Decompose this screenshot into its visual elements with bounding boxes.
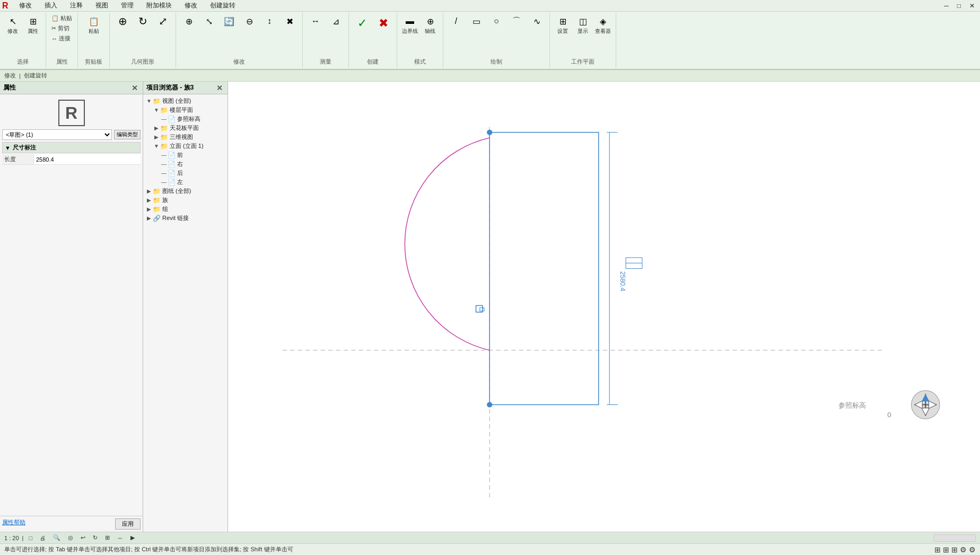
tree-item-revit-links[interactable]: ▶ 🔗 Revit 链接 [144,214,226,223]
status-icon-1[interactable]: ⊞ [934,545,941,554]
maximize-btn[interactable]: □ [954,2,964,10]
breadcrumb-item-1[interactable]: 修改 [4,72,16,80]
revit-r-icon: R [58,100,85,126]
geom-btn2[interactable]: ↻ [133,14,152,29]
tree-item-front[interactable]: — 📄 前 [159,151,226,160]
create-x-btn[interactable]: ✖ [373,14,393,33]
meas-btn1[interactable]: ↔ [306,14,325,29]
mod-btn4[interactable]: ⊖ [240,14,259,29]
paste-btn[interactable]: 📋 粘贴 [50,14,74,23]
mod-icon5: ↕ [263,15,276,28]
view-btn-arrows[interactable]: ↔ [115,534,125,542]
tree-item-sheets[interactable]: ▶ 📁 图纸 (全部) [144,187,226,196]
menu-item-modify2[interactable]: 修改 [182,0,199,11]
ribbon-group-measure-label: 测量 [320,58,331,67]
paste-large-icon: 📋 [88,15,100,28]
view-btn-play[interactable]: ▶ [128,534,137,542]
axis-btn[interactable]: ⊕ 轴线 [421,14,440,36]
draw-spline-btn[interactable]: ∿ [527,14,546,29]
draw-circle-btn[interactable]: ○ [487,14,506,29]
create-check-btn[interactable]: ✓ [352,14,372,33]
meas-btn2[interactable]: ⊿ [326,14,345,29]
tree-item-elevation[interactable]: ▼ 📁 立面 (立面 1) [152,142,226,151]
ribbon-buttons-workplane: ⊞ 设置 ◫ 显示 ◈ 查看器 [553,14,612,36]
project-browser-header: 项目浏览器 - 族3 ✕ [143,82,228,94]
tree-item-ref-level[interactable]: — 📄 参照标高 [159,114,226,124]
tree-item-floor-plan[interactable]: ▼ 📁 楼层平面 [152,105,226,114]
tree-item-back[interactable]: — 📄 后 [159,169,226,178]
mod-btn6[interactable]: ✖ [280,14,299,29]
breadcrumb-item-2[interactable]: 创建旋转 [24,72,47,80]
view-btn-print[interactable]: 🖨 [38,534,48,542]
axis-icon: ⊕ [424,15,436,28]
connect-label: 连接 [59,34,71,42]
revit-links-label: Revit 链接 [162,214,189,222]
geom-btn1[interactable]: ⊕ [113,14,132,29]
view-btn-search[interactable]: 🔍 [51,534,63,542]
ribbon-group-draw-label: 绘制 [491,58,502,67]
connect-btn[interactable]: ↔ 连接 [50,34,74,43]
ribbon-group-measure: ↔ ⊿ 测量 [303,13,349,68]
tree-item-families[interactable]: ▶ 📁 族 [144,196,226,205]
draw-circle-icon: ○ [490,15,503,28]
menu-item-addons[interactable]: 附加模块 [144,0,174,11]
paste-large-btn[interactable]: 📋 粘贴 [84,14,103,36]
ribbon-buttons-clipboard: 📋 粘贴 [84,14,103,36]
tree-item-groups[interactable]: ▶ 📁 组 [144,205,226,214]
scrollbar-area[interactable] [933,534,976,542]
ceiling-plan-icon: 📁 [160,125,168,132]
mod-btn5[interactable]: ↕ [260,14,279,29]
mod-btn1[interactable]: ⊕ [179,14,198,29]
minimize-btn[interactable]: ─ [941,2,952,10]
help-link[interactable]: 属性帮助 [2,519,25,525]
boundary-icon: ▬ [404,15,416,28]
draw-rect-btn[interactable]: ▭ [467,14,486,29]
prop-type-row: <草图> (1) 编辑类型 [2,129,141,140]
menu-item-view[interactable]: 视图 [93,0,110,11]
view-controls: 1 : 20 | □ 🖨 🔍 ◎ ↩ ↻ ⊞ ↔ ▶ [0,532,980,543]
ribbon-buttons-measure: ↔ ⊿ [306,14,345,29]
cut-btn[interactable]: ✂ 剪切 [50,24,74,33]
status-icon-5[interactable]: ⚙ [969,545,976,554]
tree-item-3d[interactable]: ▶ 📁 三维视图 [152,133,226,142]
view-btn-redo[interactable]: ↻ [91,534,100,542]
tree-item-left[interactable]: — 📄 左 [159,178,226,187]
tree-item-right[interactable]: — 📄 右 [159,160,226,169]
status-icon-3[interactable]: ⊞ [951,545,958,554]
boundary-btn[interactable]: ▬ 边界线 [400,14,419,36]
draw-line-btn[interactable]: / [447,14,466,29]
properties-btn[interactable]: ⊞ 属性 [23,14,42,36]
workplane-viewer-btn[interactable]: ◈ 查看器 [593,14,612,36]
mod-btn2[interactable]: ⤡ [199,14,218,29]
workplane-set-btn[interactable]: ⊞ 设置 [553,14,572,36]
status-icon-2[interactable]: ⊞ [943,545,949,554]
menu-item-modify[interactable]: 修改 [17,0,34,11]
view-btn-circle[interactable]: ◎ [66,534,75,542]
type-selector[interactable]: <草图> (1) [2,129,112,140]
menu-item-annotate[interactable]: 注释 [68,0,85,11]
breadcrumb-separator: | [19,73,21,79]
dimensions-section-header[interactable]: ▼ 尺寸标注 [2,142,141,153]
draw-arc-btn[interactable]: ⌒ [507,14,526,29]
view-btn-grid[interactable]: ⊞ [103,534,112,542]
close-window-btn[interactable]: ✕ [966,2,978,10]
menu-item-manage[interactable]: 管理 [119,0,136,11]
menu-item-create-rotate[interactable]: 创建旋转 [208,0,238,11]
project-browser-close-btn[interactable]: ✕ [215,84,224,92]
ribbon-group-draw: / ▭ ○ ⌒ ∿ 绘制 [443,13,550,68]
tree-item-ceiling-plan[interactable]: ▶ 📁 天花板平面 [152,124,226,133]
tree-item-views[interactable]: ▼ 📁 视图 (全部) [144,96,226,105]
svg-point-5 [487,402,492,407]
geom-btn3[interactable]: ⤢ [153,14,172,29]
status-icon-4[interactable]: ⚙ [960,545,967,554]
workplane-show-btn[interactable]: ◫ 显示 [573,14,592,36]
view-btn-undo[interactable]: ↩ [78,534,88,542]
edit-type-btn[interactable]: 编辑类型 [114,130,141,139]
properties-close-btn[interactable]: ✕ [130,84,139,92]
menu-item-insert[interactable]: 插入 [42,0,59,11]
modify-btn[interactable]: ↖ 修改 [3,14,22,36]
views-children: ▼ 📁 楼层平面 — 📄 参照标高 ▶ 📁 天花板平面 [144,105,226,187]
apply-btn[interactable]: 应用 [115,518,141,530]
mod-btn3[interactable]: 🔄 [220,14,239,29]
view-btn-rect[interactable]: □ [27,534,34,542]
